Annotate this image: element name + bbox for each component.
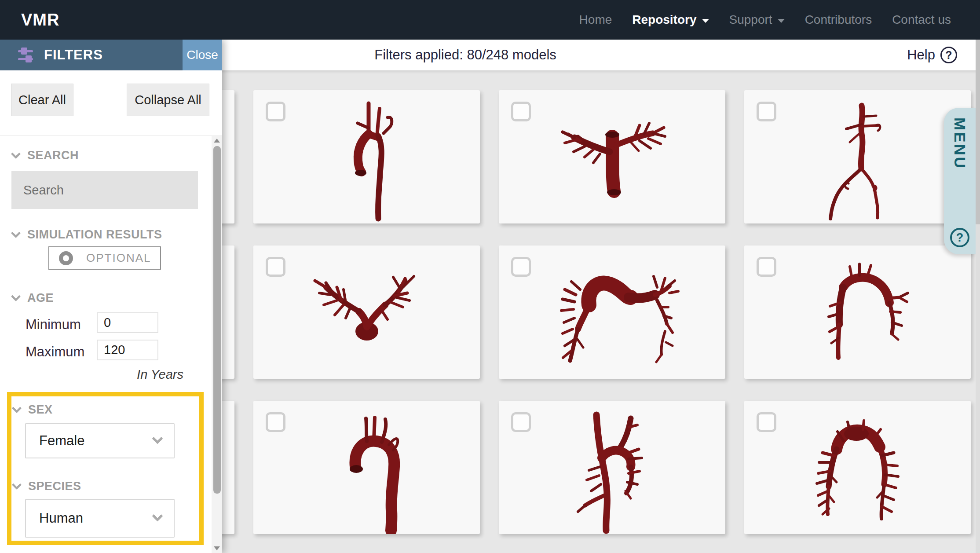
scroll-up-arrow-icon[interactable] — [214, 139, 220, 143]
nav-item-label: Contact us — [892, 13, 951, 27]
species-section-title: SPECIES — [28, 480, 81, 493]
scroll-down-arrow-icon[interactable] — [214, 546, 220, 550]
menu-help-icon[interactable]: ? — [950, 228, 969, 247]
top-navbar: VMR HomeRepositorySupportContributorsCon… — [0, 0, 980, 40]
vascular-model-thumbnail — [499, 245, 725, 379]
chevron-down-icon — [152, 433, 163, 444]
filters-sidebar: FILTERS Close Clear All Collapse All SEA… — [0, 40, 222, 553]
toggle-ring-icon — [59, 251, 73, 265]
vascular-model-thumbnail — [744, 401, 971, 534]
nav-item-home[interactable]: Home — [579, 13, 612, 27]
sex-dropdown[interactable]: Female — [25, 423, 175, 458]
model-card-aortic-arch-cane[interactable] — [253, 401, 480, 534]
help-link[interactable]: Help ? — [907, 40, 957, 70]
simulation-results-title: SIMULATION RESULTS — [27, 228, 162, 242]
model-card-pulmonary-antler-tree[interactable] — [253, 245, 480, 379]
search-section-title: SEARCH — [27, 149, 79, 162]
age-maximum-label: Maximum — [26, 344, 84, 360]
sex-section-title: SEX — [28, 403, 53, 417]
vmr-logo[interactable]: VMR — [21, 11, 59, 29]
sidebar-divider — [0, 136, 222, 136]
species-section-header[interactable]: SPECIES — [13, 480, 81, 493]
menu-tab-label: MENU — [951, 117, 969, 170]
page-scrollbar-thumb[interactable] — [976, 40, 980, 224]
caret-down-icon — [778, 19, 785, 23]
chevron-down-icon — [11, 149, 21, 159]
filters-header: FILTERS Close — [0, 40, 222, 70]
vascular-model-thumbnail — [744, 245, 971, 379]
nav-item-label: Support — [729, 13, 772, 27]
species-dropdown[interactable]: Human — [25, 499, 175, 538]
clear-all-button[interactable]: Clear All — [11, 84, 73, 116]
sidebar-scrollbar-thumb[interactable] — [213, 146, 221, 494]
vascular-model-thumbnail — [744, 90, 971, 223]
sliders-filter-icon — [17, 46, 35, 64]
sex-dropdown-value: Female — [39, 424, 84, 458]
model-card-aortic-arch-branches[interactable] — [744, 245, 971, 379]
collapse-all-button[interactable]: Collapse All — [127, 84, 209, 116]
chevron-down-icon — [12, 480, 22, 490]
vascular-model-thumbnail — [253, 245, 480, 379]
model-card-pulmonary-arch-lateral[interactable] — [499, 245, 725, 379]
sex-section-header[interactable]: SEX — [13, 403, 53, 417]
vascular-model-thumbnail — [499, 401, 725, 534]
simulation-results-section-header[interactable]: SIMULATION RESULTS — [12, 228, 162, 242]
model-card-pulmonary-artery-front[interactable] — [499, 90, 725, 223]
filters-title: FILTERS — [44, 47, 103, 63]
main-navigation: HomeRepositorySupportContributorsContact… — [579, 13, 951, 27]
model-card-aorta-branches-front[interactable] — [499, 401, 725, 534]
nav-item-support[interactable]: Support — [729, 13, 785, 27]
help-label: Help — [907, 47, 935, 63]
age-section-header[interactable]: AGE — [12, 291, 54, 305]
optional-label: OPTIONAL — [86, 251, 151, 265]
nav-item-label: Home — [579, 13, 612, 27]
chevron-down-icon — [11, 228, 21, 238]
vascular-model-thumbnail — [253, 90, 480, 223]
search-section-header[interactable]: SEARCH — [12, 149, 79, 162]
chevron-down-icon — [11, 291, 21, 301]
nav-item-contact-us[interactable]: Contact us — [892, 13, 951, 27]
nav-item-label: Repository — [632, 13, 696, 27]
model-card-aortic-arch-side[interactable] — [253, 90, 480, 223]
caret-down-icon — [702, 19, 709, 23]
age-minimum-label: Minimum — [26, 317, 81, 333]
model-card-aorto-iliac-arteries[interactable] — [744, 90, 971, 223]
age-minimum-input[interactable] — [97, 312, 158, 333]
help-question-icon: ? — [940, 47, 957, 63]
chevron-down-icon — [152, 510, 163, 521]
page-scrollbar[interactable] — [976, 40, 980, 553]
age-maximum-input[interactable] — [97, 340, 158, 360]
model-card-pulmonary-tree-wide[interactable] — [744, 401, 971, 534]
nav-item-label: Contributors — [805, 13, 872, 27]
nav-item-contributors[interactable]: Contributors — [805, 13, 872, 27]
nav-item-repository[interactable]: Repository — [632, 13, 709, 27]
search-input[interactable] — [11, 171, 198, 209]
species-dropdown-value: Human — [39, 500, 83, 537]
close-filters-button[interactable]: Close — [183, 40, 222, 70]
chevron-down-icon — [12, 403, 22, 413]
age-section-title: AGE — [27, 291, 54, 305]
vascular-model-thumbnail — [253, 401, 480, 534]
menu-side-tab[interactable]: MENU ? — [944, 108, 976, 254]
age-unit-note: In Years — [137, 367, 183, 382]
simulation-optional-toggle[interactable]: OPTIONAL — [48, 246, 161, 270]
vascular-model-thumbnail — [499, 90, 725, 223]
